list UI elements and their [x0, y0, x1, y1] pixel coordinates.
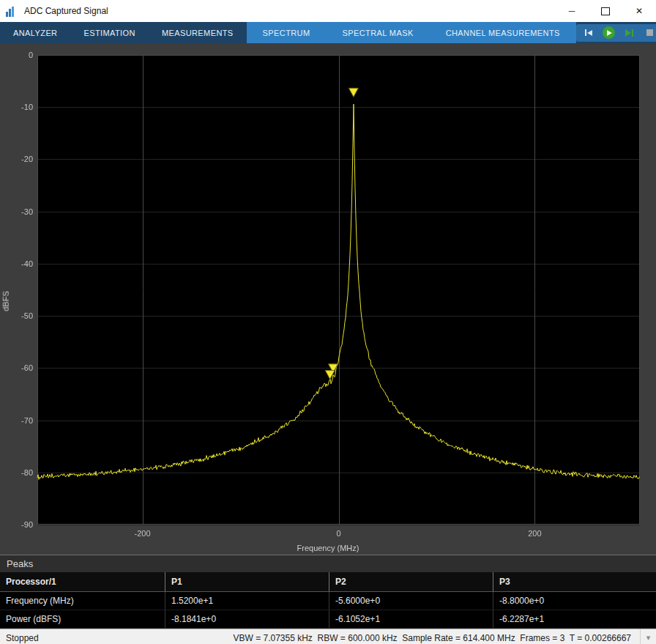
- status-details: VBW = 7.07355 kHz RBW = 600.000 kHz Samp…: [233, 633, 631, 643]
- close-button[interactable]: ✕: [622, 0, 656, 22]
- stop-button[interactable]: [642, 26, 656, 40]
- x-axis-label: Frequency (MHz): [0, 544, 656, 552]
- peaks-panel: Peaks Processor/1 P1 P2 P3 Frequency (MH…: [0, 555, 656, 629]
- status-dropdown-button[interactable]: ▾: [640, 629, 656, 644]
- titlebar: ADC Captured Signal ─ ✕: [0, 0, 656, 22]
- peaks-table: Processor/1 P1 P2 P3 Frequency (MHz) 1.5…: [0, 572, 656, 629]
- tab-analyzer[interactable]: ANALYZER: [0, 22, 70, 43]
- peaks-table-header-row: Processor/1 P1 P2 P3: [0, 572, 656, 592]
- y-axis-label: dBFS: [1, 291, 10, 311]
- minimize-button[interactable]: ─: [555, 0, 589, 22]
- frequency-p2-value: -5.6000e+0: [329, 592, 493, 610]
- maximize-button[interactable]: [589, 0, 622, 22]
- app-icon: [6, 6, 18, 17]
- peaks-col-header-p2: P2: [329, 572, 493, 591]
- run-icon: [603, 26, 615, 39]
- peaks-col-header-processor: Processor/1: [0, 572, 165, 591]
- chevron-down-icon: ▾: [646, 633, 651, 643]
- spectrum-canvas[interactable]: [0, 43, 656, 555]
- step-backward-icon: [585, 29, 586, 36]
- frequency-p1-value: 1.5200e+1: [165, 592, 329, 610]
- stop-icon: [646, 29, 653, 36]
- status-bar: Stopped VBW = 7.07355 kHz RBW = 600.000 …: [0, 629, 656, 644]
- toolstrip-tab-bar: ANALYZER ESTIMATION MEASUREMENTS SPECTRU…: [0, 22, 656, 43]
- tab-measurements[interactable]: MEASUREMENTS: [149, 22, 247, 43]
- tab-spectrum[interactable]: SPECTRUM: [247, 22, 327, 43]
- power-p3-value: -6.2287e+1: [493, 610, 656, 628]
- status-state: Stopped: [6, 633, 39, 643]
- minimize-icon: ─: [569, 6, 575, 16]
- row-label-frequency: Frequency (MHz): [0, 592, 165, 610]
- row-label-power: Power (dBFS): [0, 610, 165, 628]
- peaks-col-header-p1: P1: [165, 572, 329, 591]
- playback-toolbar: ?: [576, 24, 656, 42]
- step-forward-icon: [625, 29, 631, 37]
- spectrum-plot-panel: dBFS Frequency (MHz): [0, 43, 656, 555]
- peaks-panel-title: Peaks: [0, 555, 656, 572]
- tab-estimation[interactable]: ESTIMATION: [70, 22, 148, 43]
- peaks-col-header-p3: P3: [493, 572, 656, 591]
- peaks-frequency-row: Frequency (MHz) 1.5200e+1 -5.6000e+0 -8.…: [0, 592, 656, 610]
- tab-channel-measurements[interactable]: CHANNEL MEASUREMENTS: [430, 22, 576, 43]
- tab-spectral-mask[interactable]: SPECTRAL MASK: [327, 22, 430, 43]
- power-p1-value: -8.1841e+0: [165, 610, 329, 628]
- close-icon: ✕: [636, 6, 643, 16]
- step-backward-button[interactable]: [581, 26, 597, 40]
- peaks-power-row: Power (dBFS) -8.1841e+0 -6.1052e+1 -6.22…: [0, 610, 656, 629]
- adc-captured-signal-window: ADC Captured Signal ─ ✕ ANALYZER ESTIMAT…: [0, 0, 656, 644]
- run-button[interactable]: [601, 26, 617, 40]
- window-title: ADC Captured Signal: [24, 6, 108, 16]
- step-forward-button[interactable]: [622, 26, 638, 40]
- frequency-p3-value: -8.8000e+0: [493, 592, 656, 610]
- contextual-tab-group: SPECTRUM SPECTRAL MASK CHANNEL MEASUREME…: [247, 22, 576, 43]
- power-p2-value: -6.1052e+1: [329, 610, 493, 628]
- window-controls: ─ ✕: [555, 0, 656, 22]
- maximize-icon: [601, 7, 610, 15]
